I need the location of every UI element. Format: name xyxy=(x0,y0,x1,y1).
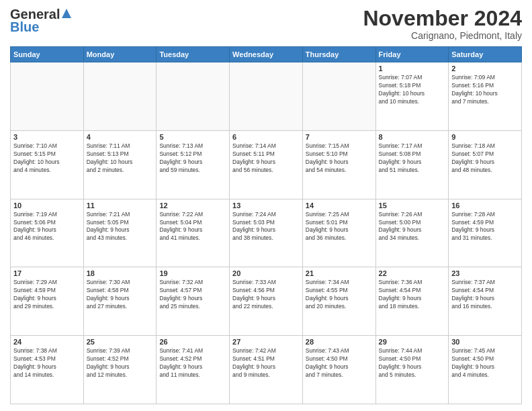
day-number: 17 xyxy=(13,269,81,277)
day-number: 4 xyxy=(87,133,154,141)
day-info: Sunrise: 7:45 AMSunset: 4:50 PMDaylight:… xyxy=(451,347,519,379)
day-number: 6 xyxy=(232,133,300,141)
header: General Blue November 2024 Carignano, Pi… xyxy=(10,7,522,41)
calendar-cell: 27Sunrise: 7:42 AMSunset: 4:51 PMDayligh… xyxy=(230,336,303,404)
day-number: 24 xyxy=(13,338,81,346)
calendar-cell: 15Sunrise: 7:26 AMSunset: 5:00 PMDayligh… xyxy=(375,199,449,267)
day-info: Sunrise: 7:10 AMSunset: 5:15 PMDaylight:… xyxy=(13,142,81,175)
calendar-cell: 25Sunrise: 7:39 AMSunset: 4:52 PMDayligh… xyxy=(83,336,157,404)
svg-marker-0 xyxy=(62,9,71,18)
calendar-cell: 9Sunrise: 7:18 AMSunset: 5:07 PMDaylight… xyxy=(449,130,522,199)
day-info: Sunrise: 7:13 AMSunset: 5:12 PMDaylight:… xyxy=(159,142,226,175)
weekday-header-sunday: Sunday xyxy=(11,47,84,62)
calendar-cell xyxy=(302,62,375,131)
calendar-cell: 2Sunrise: 7:09 AMSunset: 5:16 PMDaylight… xyxy=(449,62,522,131)
weekday-header-wednesday: Wednesday xyxy=(230,47,303,62)
day-number: 27 xyxy=(232,338,300,346)
calendar-cell: 8Sunrise: 7:17 AMSunset: 5:08 PMDaylight… xyxy=(375,130,449,199)
day-info: Sunrise: 7:26 AMSunset: 5:00 PMDaylight:… xyxy=(379,211,446,243)
day-info: Sunrise: 7:09 AMSunset: 5:16 PMDaylight:… xyxy=(451,74,519,106)
day-info: Sunrise: 7:11 AMSunset: 5:13 PMDaylight:… xyxy=(87,142,154,175)
day-info: Sunrise: 7:25 AMSunset: 5:01 PMDaylight:… xyxy=(306,211,373,243)
logo: General Blue xyxy=(10,7,73,35)
day-info: Sunrise: 7:19 AMSunset: 5:06 PMDaylight:… xyxy=(13,211,81,243)
calendar-cell: 11Sunrise: 7:21 AMSunset: 5:05 PMDayligh… xyxy=(83,199,157,267)
day-info: Sunrise: 7:22 AMSunset: 5:04 PMDaylight:… xyxy=(159,211,226,243)
day-number: 5 xyxy=(159,133,226,141)
day-info: Sunrise: 7:15 AMSunset: 5:10 PMDaylight:… xyxy=(306,142,373,175)
day-info: Sunrise: 7:17 AMSunset: 5:08 PMDaylight:… xyxy=(379,142,446,175)
weekday-header-friday: Friday xyxy=(375,47,449,62)
calendar-cell xyxy=(83,62,157,131)
day-info: Sunrise: 7:36 AMSunset: 4:54 PMDaylight:… xyxy=(379,279,446,311)
day-info: Sunrise: 7:18 AMSunset: 5:07 PMDaylight:… xyxy=(451,142,519,175)
calendar-cell: 12Sunrise: 7:22 AMSunset: 5:04 PMDayligh… xyxy=(157,199,230,267)
logo-blue: Blue xyxy=(10,19,39,35)
page: General Blue November 2024 Carignano, Pi… xyxy=(0,0,532,411)
weekday-header-monday: Monday xyxy=(83,47,157,62)
day-info: Sunrise: 7:24 AMSunset: 5:03 PMDaylight:… xyxy=(232,211,300,243)
day-number: 30 xyxy=(451,338,519,346)
day-number: 8 xyxy=(379,133,446,141)
calendar-cell: 4Sunrise: 7:11 AMSunset: 5:13 PMDaylight… xyxy=(83,130,157,199)
day-info: Sunrise: 7:29 AMSunset: 4:59 PMDaylight:… xyxy=(13,279,81,311)
calendar-cell xyxy=(230,62,303,131)
day-info: Sunrise: 7:30 AMSunset: 4:58 PMDaylight:… xyxy=(87,279,154,311)
calendar-cell: 30Sunrise: 7:45 AMSunset: 4:50 PMDayligh… xyxy=(449,336,522,404)
day-number: 15 xyxy=(379,201,446,210)
day-info: Sunrise: 7:37 AMSunset: 4:54 PMDaylight:… xyxy=(451,279,519,311)
calendar-cell: 20Sunrise: 7:33 AMSunset: 4:56 PMDayligh… xyxy=(230,267,303,336)
week-row-3: 17Sunrise: 7:29 AMSunset: 4:59 PMDayligh… xyxy=(11,267,522,336)
week-row-4: 24Sunrise: 7:38 AMSunset: 4:53 PMDayligh… xyxy=(11,336,522,404)
day-info: Sunrise: 7:33 AMSunset: 4:56 PMDaylight:… xyxy=(232,279,300,311)
calendar-cell: 19Sunrise: 7:32 AMSunset: 4:57 PMDayligh… xyxy=(157,267,230,336)
calendar-cell: 1Sunrise: 7:07 AMSunset: 5:18 PMDaylight… xyxy=(375,62,449,131)
calendar-cell: 10Sunrise: 7:19 AMSunset: 5:06 PMDayligh… xyxy=(11,199,84,267)
calendar-cell: 24Sunrise: 7:38 AMSunset: 4:53 PMDayligh… xyxy=(11,336,84,404)
calendar-table: SundayMondayTuesdayWednesdayThursdayFrid… xyxy=(10,46,522,404)
weekday-header-thursday: Thursday xyxy=(302,47,375,62)
week-row-0: 1Sunrise: 7:07 AMSunset: 5:18 PMDaylight… xyxy=(11,62,522,131)
weekday-header-row: SundayMondayTuesdayWednesdayThursdayFrid… xyxy=(11,47,522,62)
week-row-2: 10Sunrise: 7:19 AMSunset: 5:06 PMDayligh… xyxy=(11,199,522,267)
day-info: Sunrise: 7:39 AMSunset: 4:52 PMDaylight:… xyxy=(87,347,154,379)
calendar-cell: 23Sunrise: 7:37 AMSunset: 4:54 PMDayligh… xyxy=(449,267,522,336)
month-title: November 2024 xyxy=(363,7,522,30)
calendar-cell: 7Sunrise: 7:15 AMSunset: 5:10 PMDaylight… xyxy=(302,130,375,199)
calendar-cell: 14Sunrise: 7:25 AMSunset: 5:01 PMDayligh… xyxy=(302,199,375,267)
day-number: 28 xyxy=(306,338,373,346)
calendar-cell: 28Sunrise: 7:43 AMSunset: 4:50 PMDayligh… xyxy=(302,336,375,404)
day-info: Sunrise: 7:44 AMSunset: 4:50 PMDaylight:… xyxy=(379,347,446,379)
day-number: 21 xyxy=(306,269,373,277)
day-number: 20 xyxy=(232,269,300,277)
weekday-header-saturday: Saturday xyxy=(449,47,522,62)
calendar-cell: 13Sunrise: 7:24 AMSunset: 5:03 PMDayligh… xyxy=(230,199,303,267)
day-number: 9 xyxy=(451,133,519,141)
day-info: Sunrise: 7:21 AMSunset: 5:05 PMDaylight:… xyxy=(87,211,154,243)
title-area: November 2024 Carignano, Piedmont, Italy xyxy=(363,7,522,41)
day-number: 12 xyxy=(159,201,226,210)
day-number: 29 xyxy=(379,338,446,346)
day-number: 10 xyxy=(13,201,81,210)
calendar-cell: 17Sunrise: 7:29 AMSunset: 4:59 PMDayligh… xyxy=(11,267,84,336)
day-number: 18 xyxy=(87,269,154,277)
day-info: Sunrise: 7:32 AMSunset: 4:57 PMDaylight:… xyxy=(159,279,226,311)
day-number: 3 xyxy=(13,133,81,141)
day-number: 14 xyxy=(306,201,373,210)
calendar-cell: 29Sunrise: 7:44 AMSunset: 4:50 PMDayligh… xyxy=(375,336,449,404)
calendar-cell: 5Sunrise: 7:13 AMSunset: 5:12 PMDaylight… xyxy=(157,130,230,199)
day-number: 23 xyxy=(451,269,519,277)
calendar-cell: 16Sunrise: 7:28 AMSunset: 4:59 PMDayligh… xyxy=(449,199,522,267)
day-info: Sunrise: 7:41 AMSunset: 4:52 PMDaylight:… xyxy=(159,347,226,379)
weekday-header-tuesday: Tuesday xyxy=(157,47,230,62)
calendar-cell: 21Sunrise: 7:34 AMSunset: 4:55 PMDayligh… xyxy=(302,267,375,336)
day-number: 2 xyxy=(451,64,519,73)
calendar-cell: 6Sunrise: 7:14 AMSunset: 5:11 PMDaylight… xyxy=(230,130,303,199)
day-info: Sunrise: 7:38 AMSunset: 4:53 PMDaylight:… xyxy=(13,347,81,379)
day-number: 22 xyxy=(379,269,446,277)
calendar-cell: 3Sunrise: 7:10 AMSunset: 5:15 PMDaylight… xyxy=(11,130,84,199)
week-row-1: 3Sunrise: 7:10 AMSunset: 5:15 PMDaylight… xyxy=(11,130,522,199)
day-number: 25 xyxy=(87,338,154,346)
day-number: 1 xyxy=(379,64,446,73)
day-number: 13 xyxy=(232,201,300,210)
